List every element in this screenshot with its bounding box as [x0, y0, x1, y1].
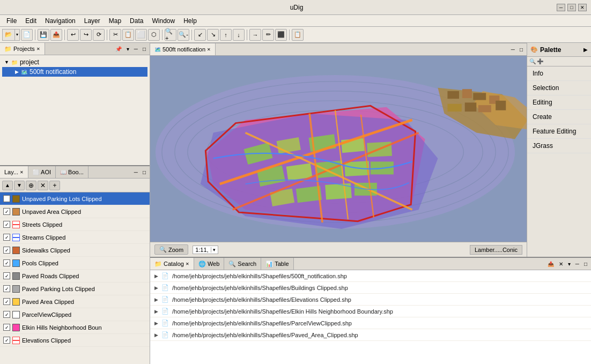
menu-help[interactable]: Help	[179, 16, 201, 26]
cut-button[interactable]: ✂	[109, 29, 121, 41]
layer-delete-button[interactable]: ✕	[38, 181, 48, 190]
catalog-item[interactable]: ▶📄/home/jehb/projects/jehb/elkinhills/Sh…	[150, 270, 591, 282]
zoom-in-button[interactable]: 🔍+	[165, 29, 176, 41]
down-button[interactable]: ↓	[233, 29, 245, 41]
layer-checkbox[interactable]: ✓	[3, 337, 10, 344]
layer-style-button[interactable]: ⊕	[26, 181, 36, 190]
catalog-expand-arrow[interactable]: ▶	[154, 297, 158, 302]
bottom-panel-maximize[interactable]: □	[582, 261, 589, 268]
new-dropdown-arrow[interactable]: ▾	[14, 29, 19, 40]
layer-checkbox[interactable]: ✓	[3, 259, 10, 266]
zoom-out-button[interactable]: 🔍-	[178, 29, 189, 41]
bottom-panel-minimize[interactable]: ─	[574, 261, 581, 268]
catalog-item[interactable]: ▶📄/home/jehb/projects/jehb/elkinhills/Sh…	[150, 317, 591, 329]
export-button[interactable]: 📤	[50, 29, 62, 41]
palette-item-jgrass[interactable]: JGrass	[527, 139, 591, 153]
layer-add-button[interactable]: +	[49, 181, 60, 190]
arrow-button[interactable]: →	[249, 29, 261, 41]
projects-tab-close[interactable]: ✕	[36, 47, 40, 51]
redo-button[interactable]: ↪	[80, 29, 92, 41]
pan-button[interactable]: ↙	[194, 29, 206, 41]
undo-button[interactable]: ↩	[67, 29, 79, 41]
layer-up-button[interactable]: ▲	[2, 181, 13, 190]
palette-expand-button[interactable]: ▶	[583, 47, 588, 53]
web-tab[interactable]: 🌐 Web	[194, 258, 224, 270]
copy-button[interactable]: 📋	[122, 29, 134, 41]
menu-navigation[interactable]: Navigation	[41, 16, 80, 26]
layer-item[interactable]: ✓Paved Area Clipped	[0, 295, 150, 308]
projection-button[interactable]: Lamber.....Conic	[470, 245, 522, 255]
scale-display[interactable]: 1:11, ▾	[193, 246, 218, 254]
info-button[interactable]: 📋	[292, 29, 304, 41]
edit-tool-button[interactable]: ✏	[262, 29, 274, 41]
bottom-panel-close[interactable]: ✕	[557, 261, 565, 268]
palette-item-create[interactable]: Create	[527, 110, 591, 124]
layer-item[interactable]: ✓Streams Clipped	[0, 231, 150, 244]
menu-data[interactable]: Data	[125, 16, 147, 26]
palette-item-editing[interactable]: Editing	[527, 95, 591, 110]
search-tab[interactable]: 🔍 Search	[224, 258, 261, 270]
menu-window[interactable]: Window	[147, 16, 179, 26]
projects-maximize-button[interactable]: □	[141, 46, 147, 53]
catalog-item[interactable]: ▶📄/home/jehb/projects/jehb/elkinhills/Sh…	[150, 294, 591, 306]
layer-checkbox[interactable]: ✓	[3, 272, 10, 279]
window-controls[interactable]: ─ □ ✕	[557, 4, 587, 11]
layer-checkbox[interactable]: ✓	[3, 195, 10, 202]
table-tab[interactable]: 📊 Table	[261, 258, 293, 270]
layer-item[interactable]: ✓Unpaved Parking Lots Clipped	[0, 192, 150, 205]
layer-down-button[interactable]: ▼	[14, 181, 25, 190]
projects-dropdown-button[interactable]: ▾	[125, 46, 131, 53]
map-expand-arrow[interactable]: ▶	[15, 69, 19, 75]
catalog-expand-arrow[interactable]: ▶	[154, 321, 158, 326]
catalog-expand-arrow[interactable]: ▶	[154, 332, 158, 338]
layer-item[interactable]: ✓Pools Clipped	[0, 257, 150, 270]
bottom-panel-dropdown[interactable]: ▾	[566, 261, 572, 268]
palette-item-selection[interactable]: Selection	[527, 81, 591, 95]
paste-button[interactable]: ⬜	[135, 29, 147, 41]
catalog-expand-arrow[interactable]: ▶	[154, 273, 158, 279]
menu-edit[interactable]: Edit	[21, 16, 41, 26]
project-expand-arrow[interactable]: ▼	[4, 60, 9, 65]
menu-layer[interactable]: Layer	[80, 16, 105, 26]
new-button[interactable]: 📂 ▾	[2, 29, 20, 41]
layers-tab-close[interactable]: ✕	[20, 170, 24, 175]
save-button[interactable]: 💾	[38, 29, 49, 41]
map-maximize-button[interactable]: □	[518, 46, 524, 53]
layers-minimize-button[interactable]: ─	[132, 169, 139, 176]
layer-checkbox[interactable]: ✓	[3, 234, 10, 241]
zoom-button[interactable]: 🔍 Zoom	[154, 244, 188, 255]
open-button[interactable]: 📄	[21, 29, 33, 41]
bottom-panel-export[interactable]: 📤	[546, 261, 556, 268]
layer-checkbox[interactable]: ✓	[3, 285, 10, 292]
aoi-tab[interactable]: ⬜ AOI	[28, 166, 56, 178]
catalog-expand-arrow[interactable]: ▶	[154, 285, 158, 291]
layer-item[interactable]: ✓Elevations Clipped	[0, 334, 150, 347]
layer-item[interactable]: ✓Paved Roads Clipped	[0, 270, 150, 283]
layer-checkbox[interactable]: ✓	[3, 324, 10, 331]
maximize-button[interactable]: □	[567, 4, 576, 11]
projects-lock-button[interactable]: 📌	[114, 46, 123, 53]
layer-checkbox[interactable]: ✓	[3, 311, 10, 318]
project-root-item[interactable]: ▼ 📁 project	[2, 57, 147, 67]
layer-checkbox[interactable]: ✓	[3, 208, 10, 215]
layers-tab[interactable]: Lay... ✕	[0, 166, 28, 178]
map-item[interactable]: ▶ 🗺️ 500ft notification	[2, 67, 147, 77]
palette-item-feature-editing[interactable]: Feature Editing	[527, 124, 591, 139]
layer-item[interactable]: ✓Paved Parking Lots Clipped	[0, 283, 150, 295]
refresh-button[interactable]: ⟳	[93, 29, 105, 41]
scale-dropdown-arrow[interactable]: ▾	[211, 247, 216, 252]
layer-item[interactable]: ✓Streets Clipped	[0, 218, 150, 231]
layer-item[interactable]: ✓Elkin Hills Neighborhood Boun	[0, 321, 150, 334]
catalog-tab-close[interactable]: ✕	[186, 262, 189, 266]
catalog-item[interactable]: ▶📄/home/jehb/projects/jehb/elkinhills/Sh…	[150, 306, 591, 317]
select-all-button[interactable]: ⬡	[148, 29, 160, 41]
bookmarks-tab[interactable]: 📖 Boo...	[56, 166, 88, 178]
palette-item-info[interactable]: Info	[527, 66, 591, 81]
catalog-tab[interactable]: 📁 Catalog ✕	[150, 258, 194, 270]
catalog-item[interactable]: ▶📄/home/jehb/projects/jehb/elkinhills/Sh…	[150, 282, 591, 294]
projects-minimize-button[interactable]: ─	[132, 46, 139, 53]
map-view[interactable]	[150, 56, 527, 242]
layer-checkbox[interactable]: ✓	[3, 221, 10, 228]
extent-button[interactable]: ↘	[207, 29, 219, 41]
minimize-button[interactable]: ─	[557, 4, 565, 11]
